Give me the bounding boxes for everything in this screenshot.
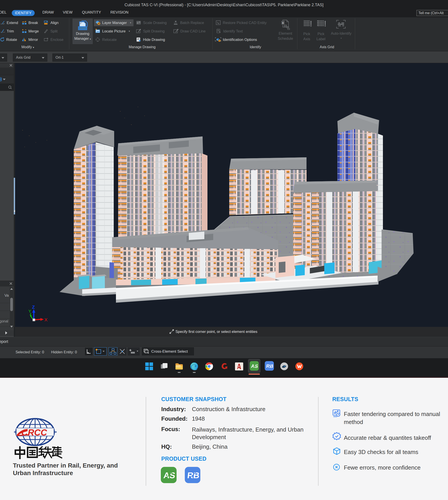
svg-text:x: x xyxy=(282,21,284,24)
svg-text:X: X xyxy=(44,317,48,322)
svg-text:CRCC: CRCC xyxy=(21,428,47,437)
svg-text:Z: Z xyxy=(32,304,35,310)
svg-text:Y: Y xyxy=(28,309,31,314)
